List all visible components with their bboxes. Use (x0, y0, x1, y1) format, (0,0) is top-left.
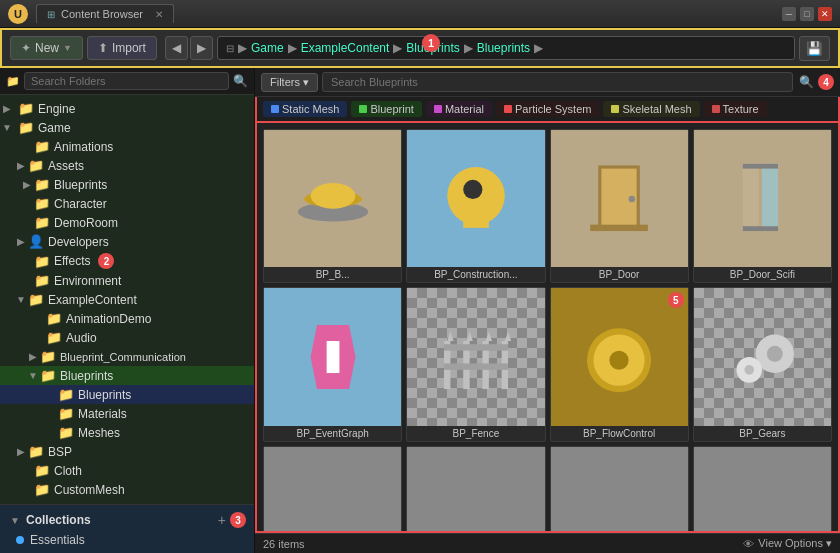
breadcrumb-blueprints2[interactable]: Blueprints (477, 41, 530, 55)
blueprint-search-input[interactable] (322, 72, 793, 92)
asset-thumbnail (407, 288, 544, 425)
asset-item-bp-flowcontrol[interactable]: BP_FlowControl 5 (550, 287, 689, 441)
svg-rect-11 (762, 163, 778, 230)
tree-item-environment[interactable]: 📁 Environment (0, 271, 254, 290)
tree-item-blueprints-inner[interactable]: 📁 Blueprints (0, 385, 254, 404)
asset-label: BP_B... (264, 267, 401, 280)
tab-close-btn[interactable]: ✕ (155, 9, 163, 20)
tree-item-meshes[interactable]: 📁 Meshes (0, 423, 254, 442)
asset-thumbnail (694, 130, 831, 267)
material-label: Material (445, 103, 484, 115)
asset-item-bp-b[interactable]: BP_B... (263, 129, 402, 283)
tree-item-engine[interactable]: ▶ 📁 Engine (0, 99, 254, 118)
tree-item-animations[interactable]: 📁 Animations (0, 137, 254, 156)
folder-tree: ▶ 📁 Engine ▼ 📁 Game 📁 Animations ▶ (0, 95, 254, 504)
svg-rect-9 (590, 224, 648, 230)
title-bar: U ⊞ Content Browser ✕ ─ □ ✕ (0, 0, 840, 28)
tree-item-bsp[interactable]: ▶ 📁 BSP (0, 442, 254, 461)
asset-label: BP_Door (551, 267, 688, 280)
maximize-button[interactable]: □ (800, 7, 814, 21)
asset-item-bp-gears[interactable]: BP_Gears (693, 287, 832, 441)
asset-item-extra-3[interactable]: BP_... (550, 446, 689, 534)
num-badge-1: 1 (422, 34, 440, 52)
breadcrumb-game[interactable]: Game (251, 41, 284, 55)
view-options-button[interactable]: 👁 View Options ▾ (743, 537, 832, 550)
breadcrumb-examplecontent[interactable]: ExampleContent (301, 41, 390, 55)
asset-item-bp-fence[interactable]: BP_Fence (406, 287, 545, 441)
tree-item-materials[interactable]: 📁 Materials (0, 404, 254, 423)
filter-texture[interactable]: Texture (704, 101, 767, 117)
expand-icon: ▶ (0, 103, 14, 114)
tree-item-developers[interactable]: ▶ 👤 Developers (0, 232, 254, 251)
asset-item-bp-door[interactable]: BP_Door (550, 129, 689, 283)
asset-item-extra-4[interactable]: BP_... (693, 446, 832, 534)
tree-item-effects[interactable]: 📁 Effects 2 (0, 251, 254, 271)
new-button[interactable]: ✦ New ▼ (10, 36, 83, 60)
collection-label: Essentials (30, 533, 85, 547)
num-badge-4: 4 (818, 74, 834, 90)
tree-item-blueprint-comm[interactable]: ▶ 📁 Blueprint_Communication (0, 347, 254, 366)
content-browser-tab[interactable]: ⊞ Content Browser ✕ (36, 4, 174, 23)
folder-search-icon[interactable]: 🔍 (233, 74, 248, 88)
tree-item-demoroom[interactable]: 📁 DemoRoom (0, 213, 254, 232)
tree-item-assets[interactable]: ▶ 📁 Assets (0, 156, 254, 175)
nav-back-button[interactable]: ◀ (165, 36, 188, 60)
svg-rect-15 (326, 341, 339, 373)
num-badge-5: 5 (668, 292, 684, 308)
collection-item-essentials[interactable]: Essentials (0, 531, 254, 549)
asset-item-extra-2[interactable]: BP_... (406, 446, 545, 534)
collections-add-button[interactable]: + (218, 512, 226, 528)
filter-blueprint[interactable]: Blueprint (351, 101, 421, 117)
svg-marker-25 (505, 331, 511, 341)
filter-material[interactable]: Material (426, 101, 492, 117)
expand-icon: ▶ (20, 179, 34, 190)
minimize-button[interactable]: ─ (782, 7, 796, 21)
collections-panel: ▼ Collections + 3 Essentials (0, 504, 254, 553)
import-button[interactable]: ⬆ Import (87, 36, 157, 60)
tree-item-blueprints-selected[interactable]: ▼ 📁 Blueprints (0, 366, 254, 385)
collections-header[interactable]: ▼ Collections + 3 (0, 509, 254, 531)
collection-dot (16, 536, 24, 544)
search-icon[interactable]: 🔍 (799, 75, 814, 89)
texture-label: Texture (723, 103, 759, 115)
tree-item-audio[interactable]: 📁 Audio (0, 328, 254, 347)
filter-particle-system[interactable]: Particle System (496, 101, 599, 117)
asset-item-bp-construction[interactable]: BP_Construction... (406, 129, 545, 283)
svg-point-4 (463, 179, 482, 198)
new-dropdown-arrow: ▼ (63, 43, 72, 53)
tree-item-custommesh[interactable]: 📁 CustomMesh (0, 480, 254, 499)
texture-dot (712, 105, 720, 113)
breadcrumb: ⊟ ▶ Game ▶ ExampleContent ▶ Blueprints ▶… (217, 36, 795, 60)
eye-icon: 👁 (743, 538, 754, 550)
folder-search-input[interactable] (24, 72, 229, 90)
folder-icon: 📁 (58, 406, 74, 421)
tree-item-blueprints-l2[interactable]: ▶ 📁 Blueprints (0, 175, 254, 194)
filters-label: Filters ▾ (270, 76, 309, 89)
tree-item-animationdemo[interactable]: 📁 AnimationDemo (0, 309, 254, 328)
view-options-label: View Options ▾ (758, 537, 832, 550)
folder-icon: 📁 (40, 349, 56, 364)
filter-skeletal-mesh[interactable]: Skeletal Mesh (603, 101, 699, 117)
svg-rect-20 (444, 344, 508, 350)
tree-item-character[interactable]: 📁 Character (0, 194, 254, 213)
tree-item-examplecontent[interactable]: ▼ 📁 ExampleContent (0, 290, 254, 309)
filters-button[interactable]: Filters ▾ (261, 73, 318, 92)
expand-icon: ▼ (14, 294, 28, 305)
asset-item-extra-1[interactable]: BP_... (263, 446, 402, 534)
close-button[interactable]: ✕ (818, 7, 832, 21)
folder-icon: 📁 (18, 101, 34, 116)
filter-static-mesh[interactable]: Static Mesh (263, 101, 347, 117)
asset-item-bp-eventgraph[interactable]: BP_EventGraph (263, 287, 402, 441)
folder-icon: 📁 (34, 482, 50, 497)
folder-icon: 📁 (28, 158, 44, 173)
asset-item-bp-door-scifi[interactable]: BP_Door_Scifi (693, 129, 832, 283)
folder-icon: 📁 (34, 177, 50, 192)
save-button[interactable]: 💾 (799, 36, 830, 61)
asset-thumbnail (264, 288, 401, 425)
tree-item-cloth[interactable]: 📁 Cloth (0, 461, 254, 480)
static-mesh-label: Static Mesh (282, 103, 339, 115)
nav-forward-button[interactable]: ▶ (190, 36, 213, 60)
tree-item-game[interactable]: ▼ 📁 Game (0, 118, 254, 137)
folder-icon: 📁 (58, 425, 74, 440)
expand-icon: ▼ (26, 370, 40, 381)
